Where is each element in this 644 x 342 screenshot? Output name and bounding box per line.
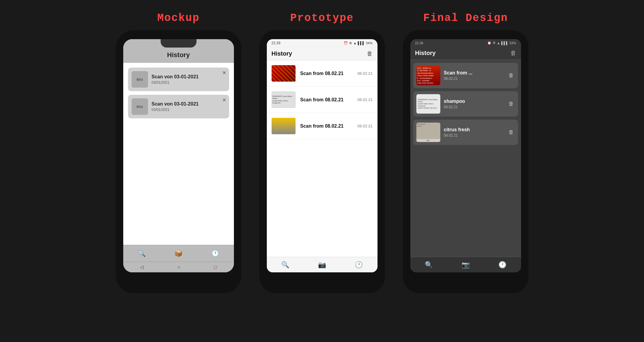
prototype-app-header: History 🗑 — [267, 47, 377, 60]
final-thumb-ingredients-1: QUA - SODIU LAYL BETAINE - CIUM SODIUM R… — [417, 67, 434, 85]
ingredient-label-2: INGREDIENTS: Aqua (Water), SodiumLaureth… — [272, 95, 295, 105]
history-nav-icon-proto[interactable]: 🕐 — [355, 261, 363, 269]
shampoo-thumb-text: INGREDIENTS: Aqua (Water), SodiumLaureth… — [417, 98, 439, 110]
final-header-title: History — [415, 50, 436, 57]
final-statusbar: 21:36 ⏰ ⚙ ▲ ▌▌▌ 53% — [410, 39, 521, 47]
final-item-date-3: 08.02.21 — [444, 133, 504, 138]
camera-nav-icon-final[interactable]: 📷 — [462, 261, 470, 269]
final-item-date-1: 08.02.21 — [444, 77, 504, 81]
final-item-info-1: Scan from ... 08.02.21 — [444, 70, 504, 81]
prototype-item-thumbnail-1 — [272, 65, 296, 82]
final-item-thumbnail-1: QUA - SODIU LAYL BETAINE - CIUM SODIUM R… — [416, 66, 440, 85]
prototype-title: Prototype — [290, 12, 354, 24]
final-list-item-2[interactable]: INGREDIENTS: Aqua (Water), SodiumLaureth… — [413, 91, 518, 117]
final-item-title-3: citrus fresh — [444, 127, 504, 132]
history-nav-icon[interactable]: 🕐 — [211, 250, 219, 257]
mockup-header-title: History — [167, 51, 190, 59]
mockup-screen: History Bild Scan von 03-01-2021 03/01/2… — [123, 39, 234, 272]
signal-icon: ▌▌▌ — [358, 41, 365, 45]
prototype-phone-frame: 21:33 ⏰ ⚙ ▲ ▌▌▌ 54% History 🗑 — [259, 30, 385, 293]
mockup-item-thumbnail-1: Bild — [132, 71, 148, 88]
mockup-list-item[interactable]: Bild Scan von 03-01-2021 03/01/2021 ✕ — [128, 95, 229, 118]
prototype-item-date-1: 08.02.21 — [357, 71, 373, 76]
mockup-item-info-2: Scan von 03-01-2021 03/01/2021 — [152, 101, 226, 112]
prototype-item-title-3: Scan from 08.02.21 — [300, 123, 353, 129]
mockup-phone-frame: History Bild Scan von 03-01-2021 03/01/2… — [116, 30, 241, 293]
prototype-item-thumbnail-2: INGREDIENTS: Aqua (Water), SodiumLaureth… — [272, 91, 296, 108]
final-screen: 21:36 ⏰ ⚙ ▲ ▌▌▌ 53% History 🗑 — [410, 39, 521, 272]
final-item-title-2: shampoo — [444, 99, 504, 104]
final-phone-frame: 21:36 ⏰ ⚙ ▲ ▌▌▌ 53% History 🗑 — [403, 30, 529, 293]
mockup-item-title-2: Scan von 03-01-2021 — [152, 101, 226, 107]
final-delete-icon-3[interactable]: 🗑 — [507, 128, 515, 137]
final-list-item-1[interactable]: QUA - SODIU LAYL BETAINE - CIUM SODIUM R… — [413, 63, 518, 88]
prototype-item-info-3: Scan from 08.02.21 — [300, 123, 353, 129]
home-system-icon[interactable]: ○ — [177, 265, 180, 270]
final-item-thumbnail-3: Erfrischungsgetränk DSP — [416, 123, 440, 142]
battery-icon: 54% — [366, 41, 372, 45]
prototype-item-title-1: Scan from 08.02.21 — [300, 71, 353, 76]
final-item-info-3: citrus fresh 08.02.21 — [444, 127, 504, 138]
delete-all-icon[interactable]: 🗑 — [367, 50, 373, 57]
final-status-icons: ⏰ ⚙ ▲ ▌▌▌ 53% — [487, 41, 516, 45]
prototype-item-title-2: Scan from 08.02.21 — [300, 97, 353, 103]
prototype-item-info-1: Scan from 08.02.21 — [300, 71, 353, 76]
camera-nav-icon-proto[interactable]: 📷 — [318, 261, 326, 269]
final-delete-icon-1[interactable]: 🗑 — [507, 71, 515, 80]
prototype-list-item-3[interactable]: Scan from 08.02.21 08.02.21 — [267, 113, 377, 139]
final-alarm-icon: ⏰ — [487, 41, 491, 45]
mockup-list-item[interactable]: Bild Scan von 03-01-2021 03/01/2021 ✕ — [128, 68, 229, 91]
mockup-notch — [161, 39, 197, 48]
final-navbar: 🔍 📷 🕐 — [410, 257, 521, 272]
final-item-title-1: Scan from ... — [444, 70, 504, 76]
search-nav-icon-final[interactable]: 🔍 — [425, 261, 433, 269]
final-signal-icon: ▌▌▌ — [501, 41, 508, 45]
mockup-system-bar: ◁ ○ □ — [123, 262, 234, 272]
citrus-thumb-inner: Erfrischungsgetränk DSP — [416, 123, 440, 142]
close-icon-1[interactable]: ✕ — [222, 70, 226, 76]
final-time: 21:36 — [415, 41, 424, 45]
prototype-time: 21:33 — [272, 41, 281, 45]
search-nav-icon[interactable]: 🔍 — [138, 250, 146, 257]
mockup-section: Mockup History Bild Scan von 03-01-2021 … — [116, 12, 241, 293]
prototype-status-icons: ⏰ ⚙ ▲ ▌▌▌ 54% — [344, 41, 372, 45]
mockup-item-info-1: Scan von 03-01-2021 03/01/2021 — [152, 74, 226, 85]
citrus-brand-label: DSP — [416, 139, 440, 142]
prototype-list-item-2[interactable]: INGREDIENTS: Aqua (Water), SodiumLaureth… — [267, 87, 377, 113]
prototype-item-date-3: 08.02.21 — [357, 124, 373, 128]
final-list-item-3[interactable]: Erfrischungsgetränk DSP citrus fresh 08.… — [413, 120, 518, 145]
scan-nav-icon[interactable]: 📦 — [174, 250, 182, 257]
wifi-icon: ▲ — [353, 41, 357, 45]
page-container: Mockup History Bild Scan von 03-01-2021 … — [0, 0, 644, 342]
recents-system-icon[interactable]: □ — [214, 265, 217, 270]
prototype-screen: 21:33 ⏰ ⚙ ▲ ▌▌▌ 54% History 🗑 — [267, 39, 377, 272]
mockup-item-date-2: 03/01/2021 — [152, 108, 226, 112]
prototype-item-thumbnail-3 — [272, 118, 296, 134]
history-nav-icon-final[interactable]: 🕐 — [498, 261, 506, 269]
mockup-item-date-1: 03/01/2021 — [152, 80, 226, 85]
alarm-icon: ⏰ — [344, 41, 348, 45]
back-system-icon[interactable]: ◁ — [140, 264, 144, 270]
prototype-item-date-2: 08.02.21 — [357, 97, 373, 102]
close-icon-2[interactable]: ✕ — [222, 97, 226, 103]
final-delete-all-icon[interactable]: 🗑 — [510, 50, 516, 57]
mockup-item-thumbnail-2: Bild — [132, 98, 148, 115]
final-delete-icon-2[interactable]: 🗑 — [507, 100, 515, 108]
final-item-date-2: 08.02.21 — [444, 105, 504, 109]
prototype-statusbar: 21:33 ⏰ ⚙ ▲ ▌▌▌ 54% — [267, 39, 377, 47]
final-item-info-2: shampoo 08.02.21 — [444, 99, 504, 109]
final-battery-text: 53% — [509, 41, 516, 45]
final-title: Final Design — [423, 12, 508, 24]
final-item-thumbnail-2: INGREDIENTS: Aqua (Water), SodiumLaureth… — [416, 94, 440, 114]
final-wifi-icon: ▲ — [497, 41, 500, 45]
prototype-section: Prototype 21:33 ⏰ ⚙ ▲ ▌▌▌ 54% History 🗑 — [259, 12, 385, 293]
prototype-header-title: History — [272, 50, 292, 57]
settings-icon: ⚙ — [349, 41, 352, 45]
final-content: QUA - SODIU LAYL BETAINE - CIUM SODIUM R… — [410, 60, 521, 257]
citrus-thumb-text: Erfrischungsgetränk — [417, 123, 440, 127]
prototype-list-item-1[interactable]: Scan from 08.02.21 08.02.21 — [267, 60, 377, 87]
search-nav-icon-proto[interactable]: 🔍 — [281, 261, 289, 269]
final-section: Final Design 21:36 ⏰ ⚙ ▲ ▌▌▌ 53% History… — [403, 12, 529, 293]
mockup-content: Bild Scan von 03-01-2021 03/01/2021 ✕ Bi… — [123, 63, 234, 245]
prototype-content: Scan from 08.02.21 08.02.21 INGREDIENTS:… — [267, 60, 377, 257]
